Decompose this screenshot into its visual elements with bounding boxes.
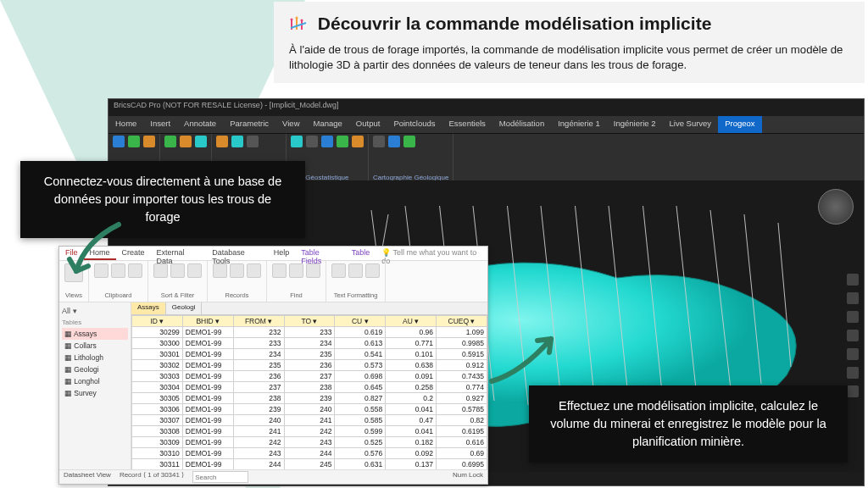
cell[interactable]: 30300 [132,338,183,349]
table-row[interactable]: 30303DEMO1-992362370.6980.0910.7435 [132,371,487,382]
table-row[interactable]: 30299DEMO1-992322330.6190.961.099 [132,327,487,338]
ds-ribbon-button[interactable] [331,263,346,278]
table-row[interactable]: 30300DEMO1-992332340.6130.7710.9985 [132,338,487,349]
ds-ribbon-button[interactable] [348,263,363,278]
cell[interactable]: 0.6195 [437,426,487,437]
menu-item[interactable]: Table [346,247,376,260]
cell[interactable]: 0.573 [335,360,386,371]
cell[interactable]: 0.6995 [437,459,487,470]
cell[interactable]: 0.631 [335,459,386,470]
cell[interactable]: 0.091 [386,371,437,382]
cell[interactable]: 244 [233,459,284,470]
ds-ribbon-button[interactable] [365,263,380,278]
cell[interactable]: 0.092 [386,448,437,459]
cell[interactable]: 30308 [132,426,183,437]
cell[interactable]: 237 [233,382,284,393]
cell[interactable]: 0.912 [437,360,487,371]
ribbon-button-icon[interactable] [306,136,318,147]
column-header[interactable]: CUEQ ▾ [437,316,487,327]
cell[interactable]: 0.774 [437,382,487,393]
cell[interactable]: 242 [233,437,284,448]
table-row[interactable]: 30304DEMO1-992372380.6450.2580.774 [132,382,487,393]
cell[interactable]: DEMO1-99 [182,459,233,470]
cell[interactable]: 30310 [132,448,183,459]
menu-item[interactable]: Home [84,247,116,260]
cell[interactable]: 0.101 [386,349,437,360]
cell[interactable]: 30301 [132,349,183,360]
cell[interactable]: 243 [284,437,335,448]
cell[interactable]: 0.2 [386,393,437,404]
ds-ribbon-button[interactable] [187,263,202,278]
sheet-tab[interactable]: Geologi [166,302,203,314]
cell[interactable]: DEMO1-99 [182,371,233,382]
ribbon-button-icon[interactable] [337,136,348,147]
tool-icon[interactable] [847,274,859,286]
cell[interactable]: 30309 [132,437,183,448]
cad-tab[interactable]: Live Survey [662,116,718,133]
cell[interactable]: 0.698 [335,371,386,382]
sheet-tab[interactable]: Assays [131,302,166,314]
cell[interactable]: 0.96 [386,327,437,338]
cell[interactable]: 30302 [132,360,183,371]
ribbon-button-icon[interactable] [247,136,259,147]
tool-icon[interactable] [847,348,859,360]
cad-tab[interactable]: Modélisation [492,116,551,133]
cell[interactable]: DEMO1-99 [182,382,233,393]
cell[interactable]: DEMO1-99 [182,404,233,415]
cell[interactable]: 30299 [132,327,183,338]
cell[interactable]: 0.616 [437,437,487,448]
menu-item[interactable]: External Data [151,247,207,260]
nav-table-item[interactable]: ▦ Lithologh [62,352,128,363]
ds-ribbon-button[interactable] [128,263,142,278]
cell[interactable]: 30307 [132,415,183,426]
cad-tab[interactable]: Parametric [223,116,275,133]
ribbon-button-icon[interactable] [388,136,400,147]
table-row[interactable]: 30305DEMO1-992382390.8270.20.927 [132,393,487,404]
nav-table-item[interactable]: ▦ Survey [62,387,128,399]
record-navigator[interactable]: Record ⟨ 1 of 30341 ⟩ [120,471,184,483]
cell[interactable]: 240 [284,404,335,415]
cell[interactable]: 242 [284,426,335,437]
ribbon-button-icon[interactable] [373,136,385,147]
cell[interactable]: 0.827 [335,393,386,404]
ribbon-button-icon[interactable] [113,136,125,147]
menu-item[interactable]: File [59,247,84,260]
cell[interactable]: 235 [233,360,284,371]
ds-ribbon-button[interactable] [170,263,185,278]
ribbon-button-icon[interactable] [291,136,303,147]
table-row[interactable]: 30311DEMO1-992442450.6310.1370.6995 [132,459,487,470]
cell[interactable]: 0.258 [386,382,437,393]
cell[interactable]: 0.182 [386,437,437,448]
cad-tab[interactable]: Output [349,116,387,133]
nav-table-item[interactable]: ▦ Longhol [62,375,128,387]
column-header[interactable]: BHID ▾ [182,316,233,327]
cell[interactable]: 0.5915 [437,349,487,360]
cad-tab[interactable]: Essentiels [442,116,492,133]
cad-tab[interactable]: Ingénierie 2 [607,116,663,133]
cell[interactable]: DEMO1-99 [182,426,233,437]
search-input[interactable] [192,471,248,483]
ds-ribbon-button[interactable] [94,263,108,278]
cad-tab[interactable]: Ingénierie 1 [551,116,607,133]
cell[interactable]: 0.771 [386,338,437,349]
table-row[interactable]: 30301DEMO1-992342350.5410.1010.5915 [132,349,487,360]
cell[interactable]: 0.599 [335,426,386,437]
cell[interactable]: 241 [233,426,284,437]
cell[interactable]: 1.099 [437,327,487,338]
cell[interactable]: 0.69 [437,448,487,459]
cell[interactable]: 236 [233,371,284,382]
column-header[interactable]: FROM ▾ [233,316,284,327]
column-header[interactable]: ID ▾ [132,316,183,327]
cell[interactable]: 0.613 [335,338,386,349]
cell[interactable]: 232 [233,327,284,338]
cell[interactable]: 0.5785 [437,404,487,415]
ribbon-button-icon[interactable] [231,136,243,147]
cad-tab[interactable]: Insert [143,116,177,133]
ds-ribbon-button[interactable] [289,263,303,278]
cell[interactable]: 245 [284,459,335,470]
cad-tab[interactable]: Manage [307,116,349,133]
ribbon-button-icon[interactable] [321,136,333,147]
cell[interactable]: DEMO1-99 [182,360,233,371]
tool-icon[interactable] [847,367,859,379]
cell[interactable]: 30304 [132,382,183,393]
